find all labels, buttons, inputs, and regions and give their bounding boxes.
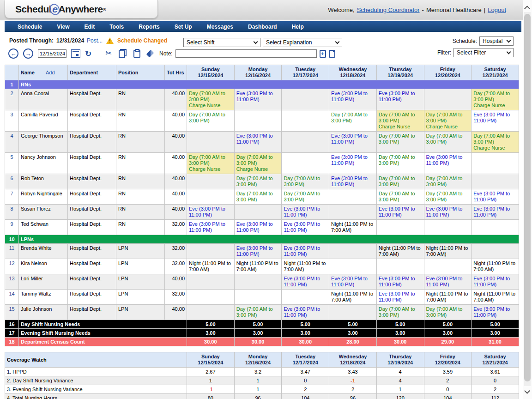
staff-name[interactable]: Rob Teton [19, 174, 68, 189]
needs-value[interactable]: 3.00 [329, 329, 377, 338]
add-staff-link[interactable]: Add [46, 70, 55, 75]
calendar-icon[interactable] [71, 49, 80, 58]
refresh-icon[interactable]: ↻ [85, 50, 91, 58]
shift-cell[interactable]: Eve (3:00 PM to 11:00 PM) [282, 220, 329, 235]
date-input[interactable] [38, 49, 66, 58]
shift-cell-empty[interactable] [234, 290, 282, 305]
shift-cell[interactable]: Day (7:00 AM to 3:00 PM) [376, 153, 424, 174]
needs-value[interactable]: 5.00 [329, 320, 377, 329]
staff-name[interactable]: Nancy Johnson [19, 153, 68, 174]
shift-cell[interactable]: Eve (3:00 PM to 11:00 PM) [282, 305, 329, 320]
vertical-scrollbar[interactable] [523, 0, 532, 399]
staff-name[interactable]: Lori Miller [19, 274, 68, 290]
shift-cell-empty[interactable] [282, 89, 329, 110]
shift-cell-empty[interactable] [187, 305, 235, 320]
shift-cell[interactable]: Eve (3:00 PM to 11:00 PM) [329, 274, 377, 290]
staff-name[interactable]: George Thompson [19, 132, 68, 153]
user-link[interactable]: Scheduling Coordinator [357, 6, 420, 13]
shift-cell[interactable]: Day (7:00 AM to 3:00 PM) [234, 189, 282, 205]
select-explanation-dropdown[interactable]: Select Explanation [263, 38, 342, 47]
menu-help[interactable]: Help [284, 24, 311, 30]
staff-name[interactable]: Julie Johnson [19, 305, 68, 320]
shift-cell[interactable]: Day (7:00 AM to 3:00 PM)Charge Nurse [472, 132, 519, 153]
eraser-icon[interactable] [146, 49, 154, 57]
staff-name[interactable]: Kira Nelson [19, 259, 68, 274]
shift-cell-empty[interactable] [424, 259, 472, 274]
shift-cell[interactable]: Eve (3:00 PM to 11:00 PM) [329, 153, 377, 174]
shift-cell[interactable]: Eve (3:00 PM to 11:00 PM) [424, 274, 472, 290]
needs-value[interactable]: 3.00 [424, 329, 472, 338]
shift-cell[interactable]: Eve (3:00 PM to 11:00 PM) [234, 132, 282, 153]
logout-link[interactable]: Logout [488, 6, 506, 13]
paste-icon[interactable] [133, 50, 140, 58]
shift-cell[interactable]: Eve (3:00 PM to 11:00 PM) [472, 205, 519, 220]
needs-value[interactable]: 3.00 [472, 329, 519, 338]
shift-cell[interactable]: Eve (3:00 PM to 11:00 PM) [424, 205, 472, 220]
shift-cell[interactable]: Eve (3:00 PM to 11:00 PM) [329, 174, 377, 189]
needs-value[interactable]: 30.00 [376, 338, 424, 346]
needs-value[interactable]: 31.00 [472, 338, 519, 346]
shift-cell[interactable]: Eve (3:00 PM to 11:00 PM) [472, 110, 519, 132]
shift-cell[interactable]: Night (11:00 PM to 7:00 AM) [329, 290, 377, 305]
shift-cell[interactable]: Eve (3:00 PM to 11:00 PM) [282, 274, 329, 290]
next-week-button[interactable]: → [23, 48, 33, 59]
shift-cell-empty[interactable] [234, 274, 282, 290]
shift-cell[interactable]: Day (7:00 AM to 3:00 PM) [376, 305, 424, 320]
staff-name[interactable]: Anna Cooral [19, 89, 68, 110]
shift-cell[interactable]: Day (7:00 AM to 3:00 PM) [424, 305, 472, 320]
shift-cell-empty[interactable] [187, 274, 235, 290]
needs-value[interactable]: 29.00 [424, 338, 472, 346]
shift-cell[interactable]: Eve (3:00 PM to 11:00 PM) [282, 205, 329, 220]
scroll-up-icon[interactable] [524, 6, 530, 12]
shift-cell-empty[interactable] [234, 110, 282, 132]
shift-cell[interactable]: Day (7:00 AM to 3:00 PM) [424, 132, 472, 153]
shift-cell-empty[interactable] [376, 220, 424, 235]
filter-dropdown[interactable]: Select Filter [453, 48, 514, 57]
cut-icon[interactable]: ✂ [105, 49, 112, 57]
menu-view[interactable]: View [49, 24, 77, 30]
select-shift-dropdown[interactable]: Select Shift [183, 38, 260, 47]
needs-value[interactable]: 5.00 [424, 320, 472, 329]
staff-name[interactable]: Susan Florez [19, 205, 68, 220]
needs-value[interactable]: 5.00 [282, 320, 329, 329]
needs-value[interactable]: 5.00 [234, 320, 282, 329]
shift-cell[interactable]: Eve (3:00 PM to 11:00 PM) [424, 153, 472, 174]
menu-tools[interactable]: Tools [102, 24, 131, 30]
needs-value[interactable]: 30.00 [187, 338, 235, 346]
shift-cell[interactable]: Eve (3:00 PM to 11:00 PM) [329, 89, 377, 110]
shift-cell[interactable]: Day (7:00 AM to 3:00 PM)Charge Nurse [376, 110, 424, 132]
shift-cell[interactable]: Eve (3:00 PM to 11:00 PM) [472, 274, 519, 290]
shift-cell[interactable]: Eve (3:00 PM to 11:00 PM) [329, 132, 377, 153]
shift-cell-empty[interactable] [282, 132, 329, 153]
needs-value[interactable]: 3.00 [187, 329, 235, 338]
shift-cell[interactable]: Eve (3:00 PM to 11:00 PM) [234, 89, 282, 110]
shift-cell[interactable]: Night (11:00 PM to 7:00 AM) [234, 259, 282, 274]
shift-cell-empty[interactable] [329, 259, 377, 274]
shift-cell-empty[interactable] [282, 153, 329, 174]
shift-cell[interactable]: Day (7:00 AM to 3:00 PM) [376, 132, 424, 153]
shift-cell-empty[interactable] [234, 205, 282, 220]
shift-cell[interactable]: Eve (3:00 PM to 11:00 PM) [376, 205, 424, 220]
menu-schedule[interactable]: Schedule [10, 24, 49, 30]
shift-cell[interactable]: Day (7:00 AM to 3:00 PM) [234, 305, 282, 320]
shift-cell-empty[interactable] [329, 205, 377, 220]
shift-cell[interactable]: Eve (3:00 PM to 11:00 PM) [234, 220, 282, 235]
staff-name[interactable]: Brenda White [19, 244, 68, 259]
menu-reports[interactable]: Reports [131, 24, 167, 30]
shift-cell[interactable]: Eve (3:00 PM to 11:00 PM) [472, 189, 519, 205]
shift-cell[interactable]: Day (7:00 AM to 3:00 PM) [424, 189, 472, 205]
shift-cell[interactable]: Eve (3:00 PM to 11:00 PM) [187, 205, 235, 220]
menu-dashboard[interactable]: Dashboard [241, 24, 284, 30]
shift-cell-empty[interactable] [329, 244, 377, 259]
menu-messages[interactable]: Messages [200, 24, 241, 30]
shift-cell-empty[interactable] [329, 305, 377, 320]
shift-cell[interactable]: Eve (3:00 PM to 11:00 PM) [187, 220, 235, 235]
needs-value[interactable]: 30.00 [234, 338, 282, 346]
previous-week-button[interactable]: ← [8, 48, 18, 59]
shift-cell-empty[interactable] [187, 244, 235, 259]
shift-cell[interactable]: Night (11:00 PM to 7:00 AM) [329, 220, 377, 235]
shift-cell[interactable]: Night (11:00 PM to 7:00 AM) [282, 259, 329, 274]
menu-edit[interactable]: Edit [77, 24, 103, 30]
schedule-dropdown[interactable]: Hospital [479, 36, 514, 46]
note-input[interactable] [175, 49, 317, 58]
